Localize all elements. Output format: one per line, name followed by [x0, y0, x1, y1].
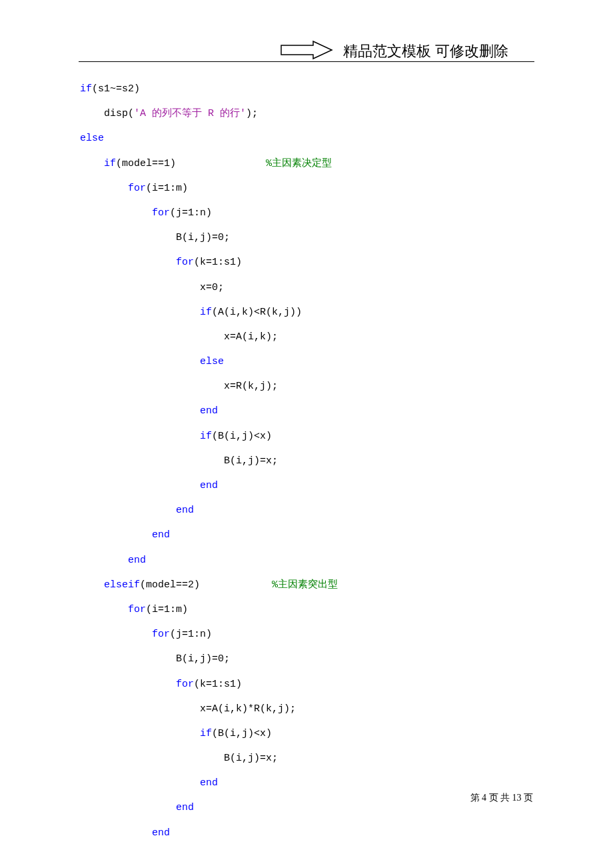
code-keyword: end [200, 480, 218, 491]
code-line: if(s1~=s2) [80, 77, 534, 101]
code-text: x=A(i,k)*R(k,j); [200, 703, 296, 715]
code-line: elseif(model==2) %主因素突出型 [80, 573, 534, 597]
code-text: B(i,j)=x; [224, 455, 278, 467]
code-text: ); [246, 108, 258, 119]
code-text: x=A(i,k); [224, 331, 278, 343]
code-keyword: if [200, 431, 212, 442]
code-line: for(j=1:n) [80, 622, 534, 647]
code-line: for(i=1:m) [80, 597, 534, 622]
code-block: if(s1~=s2) disp('A 的列不等于 R 的行');else if(… [80, 77, 534, 845]
header-divider [79, 61, 534, 62]
code-text: B(i,j)=0; [176, 653, 230, 665]
code-line: for(i=1:m) [80, 176, 534, 201]
code-text: (s1~=s2) [92, 83, 140, 95]
code-line: x=R(k,j); [80, 374, 534, 399]
code-line: else [80, 126, 534, 151]
code-text: x=0; [200, 282, 224, 293]
code-text: (B(i,j)<x) [212, 431, 272, 442]
code-line: end [80, 473, 534, 498]
code-keyword: for [176, 679, 194, 690]
code-line: B(i,j)=x; [80, 746, 534, 771]
code-line: else [80, 349, 534, 374]
code-keyword: if [104, 158, 116, 169]
code-keyword: if [200, 728, 212, 739]
code-keyword: end [200, 405, 218, 417]
code-line: x=A(i,k)*R(k,j); [80, 697, 534, 721]
code-keyword: else [80, 133, 104, 144]
code-line: for(j=1:n) [80, 201, 534, 225]
code-keyword: end [152, 529, 170, 541]
code-keyword: for [152, 629, 170, 640]
code-keyword: end [152, 827, 170, 839]
code-keyword: end [176, 802, 194, 813]
code-text: (model==2) [140, 579, 272, 591]
code-keyword: end [128, 555, 146, 566]
code-keyword: if [80, 83, 92, 95]
code-line: x=A(i,k); [80, 325, 534, 349]
code-text: (model==1) [116, 158, 266, 169]
code-line: if(B(i,j)<x) [80, 721, 534, 746]
code-line: disp('A 的列不等于 R 的行'); [80, 101, 534, 126]
code-text: (i=1:m) [146, 183, 188, 194]
code-line: end [80, 523, 534, 547]
code-keyword: for [176, 257, 194, 268]
code-keyword: for [152, 207, 170, 219]
code-keyword: for [128, 604, 146, 615]
code-keyword: elseif [104, 579, 140, 591]
code-text: (j=1:n) [170, 629, 212, 640]
code-text: B(i,j)=x; [224, 753, 278, 764]
code-line: x=0; [80, 275, 534, 300]
code-line: if(model==1) %主因素决定型 [80, 151, 534, 176]
code-line: for(k=1:s1) [80, 672, 534, 697]
code-line: end [80, 548, 534, 573]
code-line: B(i,j)=0; [80, 647, 534, 671]
code-line: end [80, 399, 534, 423]
code-text: (B(i,j)<x) [212, 728, 272, 739]
code-line: for(k=1:s1) [80, 250, 534, 275]
code-line: if(B(i,j)<x) [80, 424, 534, 449]
code-keyword: end [200, 777, 218, 789]
code-text: (j=1:n) [170, 207, 212, 219]
code-keyword: end [176, 505, 194, 516]
code-keyword: if [200, 307, 212, 318]
header-title: 精品范文模板 可修改删除 [343, 41, 508, 61]
code-text: (k=1:s1) [194, 257, 242, 268]
code-text: x=R(k,j); [224, 381, 278, 392]
code-string: 'A 的列不等于 R 的行' [134, 108, 246, 119]
code-keyword: for [128, 183, 146, 194]
code-line: B(i,j)=x; [80, 449, 534, 473]
code-line: B(i,j)=0; [80, 225, 534, 250]
code-comment: %主因素突出型 [272, 579, 338, 591]
code-keyword: else [200, 356, 224, 367]
code-line: end [80, 498, 534, 523]
arrow-icon [280, 40, 333, 60]
code-line: end [80, 821, 534, 845]
code-comment: %主因素决定型 [266, 158, 332, 169]
code-text: disp( [104, 108, 134, 119]
code-text: (k=1:s1) [194, 679, 242, 690]
code-text: B(i,j)=0; [176, 232, 230, 243]
page-footer: 第 4 页 共 13 页 [470, 792, 534, 804]
code-line: if(A(i,k)<R(k,j)) [80, 300, 534, 325]
code-text: (A(i,k)<R(k,j)) [212, 307, 302, 318]
code-line: end [80, 771, 534, 795]
code-line: end [80, 795, 534, 820]
code-text: (i=1:m) [146, 604, 188, 615]
